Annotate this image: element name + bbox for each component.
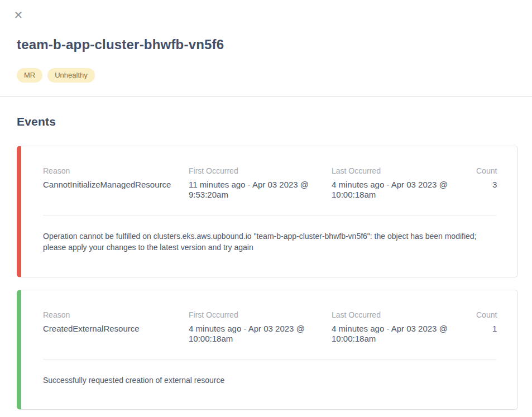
last-occurred-column-header: Last Occurred <box>332 166 476 175</box>
event-first-occurred: 4 minutes ago - Apr 03 2023 @ 10:00:18am <box>189 324 332 344</box>
event-first-occurred: 11 minutes ago - Apr 03 2023 @ 9:53:20am <box>189 180 332 200</box>
event-count: 1 <box>476 324 497 334</box>
first-occurred-column-header: First Occurred <box>189 166 332 175</box>
event-reason: CannotInitializeManagedResource <box>43 180 189 190</box>
event-summary-table: Reason First Occurred Last Occurred Coun… <box>43 166 496 200</box>
events-heading: Events <box>17 115 532 128</box>
events-section: Events Reason First Occurred Last Occurr… <box>0 115 532 417</box>
event-card-success: Reason First Occurred Last Occurred Coun… <box>17 290 518 410</box>
event-card-content: Reason First Occurred Last Occurred Coun… <box>21 146 517 277</box>
last-occurred-column-header: Last Occurred <box>332 310 476 319</box>
health-status-badge: Unhealthy <box>47 68 95 83</box>
event-last-occurred: 4 minutes ago - Apr 03 2023 @ 10:00:18am <box>332 324 476 344</box>
event-count: 3 <box>476 180 497 190</box>
close-icon[interactable]: ✕ <box>12 9 25 21</box>
first-occurred-column-header: First Occurred <box>189 310 332 319</box>
card-divider <box>43 215 496 215</box>
count-column-header: Count <box>476 166 497 175</box>
event-card-content: Reason First Occurred Last Occurred Coun… <box>21 290 517 409</box>
event-reason: CreatedExternalResource <box>43 324 189 334</box>
event-last-occurred: 4 minutes ago - Apr 03 2023 @ 10:00:18am <box>332 180 476 200</box>
count-column-header: Count <box>476 310 497 319</box>
event-summary-table: Reason First Occurred Last Occurred Coun… <box>43 310 496 344</box>
event-message: Successfully requested creation of exter… <box>43 375 496 386</box>
reason-column-header: Reason <box>43 166 189 175</box>
reason-column-header: Reason <box>43 310 189 319</box>
badge-row: MR Unhealthy <box>17 68 95 83</box>
page-title: team-b-app-cluster-bhwfb-vn5f6 <box>17 37 224 52</box>
kind-badge: MR <box>17 68 42 83</box>
event-card-error: Reason First Occurred Last Occurred Coun… <box>17 146 518 277</box>
resource-detail-panel: ✕ team-b-app-cluster-bhwfb-vn5f6 MR Unhe… <box>0 0 532 417</box>
card-divider <box>43 359 496 360</box>
header-divider <box>0 96 532 97</box>
event-message: Operation cannot be fulfilled on cluster… <box>43 231 496 253</box>
